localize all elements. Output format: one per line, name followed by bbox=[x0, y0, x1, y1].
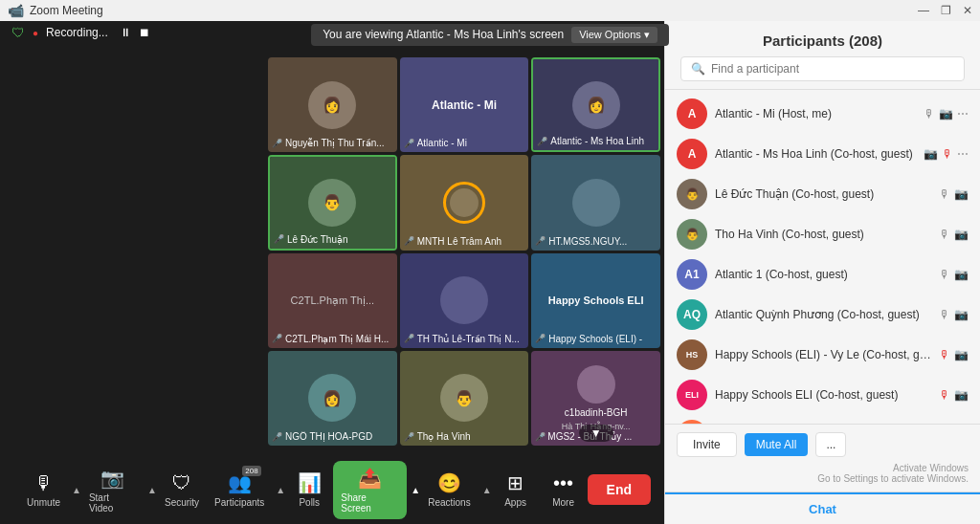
video-cell-le-tram[interactable]: 🎤 MNTH Lê Trâm Anh bbox=[400, 155, 529, 250]
unmute-button[interactable]: 🎙 Unmute bbox=[19, 467, 68, 513]
mic-muted-icon: 🎙 bbox=[939, 348, 950, 361]
app-title: Zoom Meeting bbox=[30, 4, 103, 17]
zoom-icon: 📹 bbox=[8, 3, 24, 18]
mic-icon-4: 🎤 bbox=[274, 234, 284, 244]
start-video-button[interactable]: 📷 Start Video bbox=[81, 461, 144, 519]
more-icon: ⋯ bbox=[957, 147, 969, 161]
more-videos-button[interactable]: ▼ bbox=[579, 425, 613, 442]
reactions-icon: 😊 bbox=[437, 471, 461, 494]
mic-icon-11: 🎤 bbox=[404, 432, 414, 442]
participants-panel: Participants (208) 🔍 A Atlantic - Mi (Ho… bbox=[664, 21, 980, 524]
mic-icon: 🎙 bbox=[34, 472, 54, 494]
polls-button[interactable]: 📊 Polls bbox=[285, 466, 333, 513]
apps-button[interactable]: ⊞ Apps bbox=[492, 466, 540, 513]
avatar: A1 bbox=[677, 259, 707, 290]
more-icon: ⋯ bbox=[957, 107, 969, 120]
participant-count: 208 bbox=[242, 466, 260, 476]
title-bar: 📹 Zoom Meeting — ❐ ✕ bbox=[0, 0, 980, 21]
mic-icon-12: 🎤 bbox=[535, 432, 546, 442]
mic-icon-6: 🎤 bbox=[535, 236, 546, 246]
reactions-chevron[interactable]: ▲ bbox=[482, 485, 492, 495]
mic-icon: 🎙 bbox=[939, 268, 950, 281]
list-item[interactable]: HS Happy Schools(ELI)- Lê Hoàng Phu... (… bbox=[665, 415, 980, 424]
video-cell-mgs2[interactable]: c1badinh-BGH Hà Thị Hằng-nv... 🎤 MGS2 - … bbox=[531, 351, 660, 446]
video-icon: 📷 bbox=[954, 268, 969, 281]
list-item[interactable]: ELI Happy Schools ELI (Co-host, guest) 🎙… bbox=[665, 375, 980, 415]
video-icon: 📷 bbox=[100, 467, 124, 490]
notification-bar: You are viewing Atlantic - Ms Hoa Linh's… bbox=[0, 21, 980, 48]
panel-tabs: Chat bbox=[665, 491, 980, 524]
video-grid: 👩 🎤 Nguyễn Thị Thu Trần... Atlantic - Mi… bbox=[0, 48, 670, 455]
share-screen-button[interactable]: 📤 Share Screen bbox=[333, 461, 407, 519]
reactions-button[interactable]: 😊 Reactions bbox=[420, 466, 478, 513]
video-cell-hoa-linh[interactable]: 👩 🎤 Atlantic - Ms Hoa Linh bbox=[531, 57, 660, 152]
tab-chat[interactable]: Chat bbox=[665, 492, 980, 524]
avatar: A bbox=[677, 139, 707, 169]
mute-all-button[interactable]: Mute All bbox=[745, 433, 809, 456]
participants-chevron[interactable]: ▲ bbox=[276, 485, 285, 495]
mic-icon-7: 🎤 bbox=[272, 334, 282, 343]
video-icon: 📷 bbox=[954, 388, 969, 402]
participants-list: A Atlantic - Mi (Host, me) 🎙 📷 ⋯ A Atlan… bbox=[665, 90, 980, 424]
share-icon: 📤 bbox=[358, 467, 382, 490]
video-on-icon: 📷 bbox=[924, 147, 938, 161]
restore-btn[interactable]: ❐ bbox=[941, 4, 951, 17]
notification-text: You are viewing Atlantic - Ms Hoa Linh's… bbox=[323, 28, 564, 41]
video-cell-c2tl[interactable]: C2TL.Phạm Thị... 🎤 C2TL.Phạm Thị Mái H..… bbox=[268, 253, 397, 348]
video-cell-tho-ha[interactable]: 👨 🎤 Thọ Ha Vinh bbox=[400, 351, 529, 446]
video-icon: 📷 bbox=[954, 348, 969, 361]
mic-icon: 🎙 bbox=[939, 308, 950, 321]
video-cell-th-thu[interactable]: 🎤 TH Thủ Lê-Trần Thị N... bbox=[400, 253, 529, 348]
polls-icon: 📊 bbox=[298, 471, 322, 494]
mic-icon: 🎤 bbox=[272, 139, 282, 148]
mic-icon: 🎙 bbox=[939, 228, 950, 241]
list-item[interactable]: AQ Atlantic Quỳnh Phương (Co-host, guest… bbox=[665, 295, 980, 335]
video-icon: 📷 bbox=[954, 228, 969, 241]
more-button[interactable]: ••• More bbox=[540, 467, 588, 513]
mic-icon-2: 🎤 bbox=[404, 139, 414, 148]
toolbar: 🎙 Unmute ▲ 📷 Start Video ▲ 🛡 Security 👥 … bbox=[0, 455, 670, 524]
list-item[interactable]: A Atlantic - Ms Hoa Linh (Co-host, guest… bbox=[665, 134, 980, 174]
video-chevron[interactable]: ▲ bbox=[147, 485, 157, 495]
end-button[interactable]: End bbox=[588, 474, 651, 505]
video-cell-happy-eli[interactable]: Happy Schools ELI 🎤 Happy Schools (ELI) … bbox=[531, 253, 660, 348]
mic-icon-5: 🎤 bbox=[404, 236, 414, 246]
security-icon: 🛡 bbox=[172, 472, 191, 494]
share-chevron[interactable]: ▲ bbox=[411, 485, 420, 495]
list-item[interactable]: 👨 Tho Ha Vinh (Co-host, guest) 🎙 📷 bbox=[665, 214, 980, 254]
video-cell-ht-mgs5[interactable]: 🎤 HT.MGS5.NGUY... bbox=[531, 155, 660, 250]
search-icon: 🔍 bbox=[691, 62, 705, 76]
search-input[interactable] bbox=[711, 62, 954, 76]
video-off-icon: 📷 bbox=[939, 107, 953, 120]
minimize-btn[interactable]: — bbox=[918, 4, 929, 17]
mic-icon-3: 🎤 bbox=[537, 137, 547, 146]
search-box: 🔍 bbox=[680, 56, 965, 81]
mic-icon-10: 🎤 bbox=[272, 432, 282, 442]
view-options-button[interactable]: View Options ▾ bbox=[571, 27, 657, 43]
avatar: HS bbox=[677, 339, 707, 370]
video-cell-atlantic-mi[interactable]: Atlantic - Mi 🎤 Atlantic - Mi bbox=[400, 57, 529, 152]
panel-footer: Invite Mute All ... Activate Windows Go … bbox=[665, 424, 980, 491]
more-options-button[interactable]: ... bbox=[815, 432, 846, 457]
unmute-chevron[interactable]: ▲ bbox=[72, 485, 81, 495]
list-item[interactable]: 👨 Lê Đức Thuận (Co-host, guest) 🎙 📷 bbox=[665, 174, 980, 214]
more-icon: ••• bbox=[553, 472, 573, 494]
video-cell-nguyen[interactable]: 👩 🎤 Nguyễn Thị Thu Trần... bbox=[268, 57, 397, 152]
video-cell-ngo-thi[interactable]: 👩 🎤 NGÔ THỊ HOA-PGD bbox=[268, 351, 397, 446]
video-off-icon: 📷 bbox=[954, 308, 969, 321]
video-cell-le-duc[interactable]: 👨 🎤 Lê Đức Thuận bbox=[268, 155, 397, 250]
security-button[interactable]: 🛡 Security bbox=[157, 467, 207, 513]
list-item[interactable]: A1 Atlantic 1 (Co-host, guest) 🎙 📷 bbox=[665, 254, 980, 295]
list-item[interactable]: HS Happy Schools (ELI) - Vy Le (Co-host,… bbox=[665, 335, 980, 375]
mic-muted-icon: 🎙 bbox=[939, 388, 950, 402]
invite-button[interactable]: Invite bbox=[677, 432, 737, 457]
mic-icon-9: 🎤 bbox=[535, 334, 546, 343]
list-item[interactable]: A Atlantic - Mi (Host, me) 🎙 📷 ⋯ bbox=[665, 94, 980, 134]
close-btn[interactable]: ✕ bbox=[963, 4, 972, 17]
mic-icon: 🎙 bbox=[939, 187, 950, 201]
avatar: 👨 bbox=[677, 179, 707, 209]
avatar: ELI bbox=[677, 380, 707, 410]
participants-button[interactable]: 👥 208 Participants bbox=[207, 466, 272, 513]
main-video-area: 👩 🎤 Nguyễn Thị Thu Trần... Atlantic - Mi… bbox=[0, 48, 670, 455]
apps-icon: ⊞ bbox=[507, 471, 523, 494]
